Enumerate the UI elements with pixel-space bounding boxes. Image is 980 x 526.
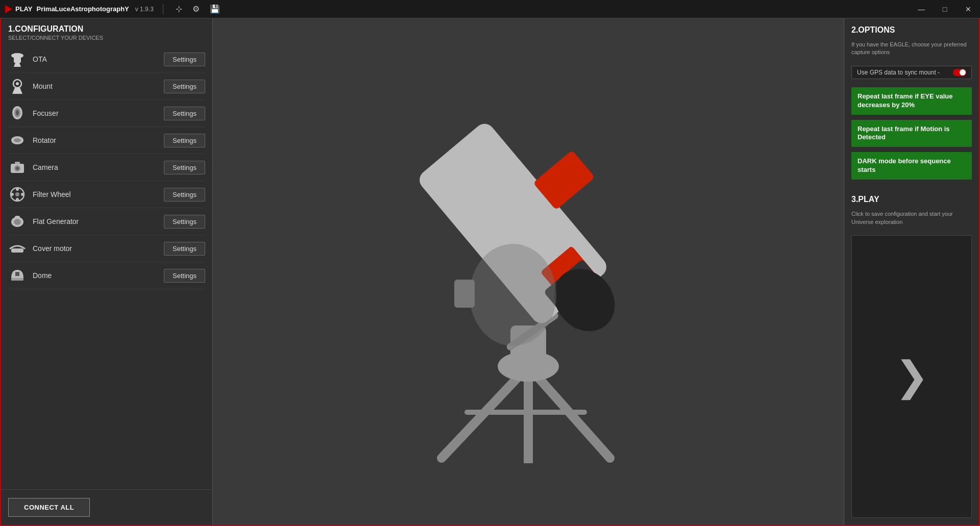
app-version: v 1.9.3 xyxy=(135,6,154,13)
rotator-label: Rotator xyxy=(33,136,158,144)
app-name: PrimaLuceAstrophotographY xyxy=(36,5,129,13)
svg-point-15 xyxy=(16,188,19,191)
play-label: PLAY xyxy=(15,5,32,13)
camera-settings-button[interactable]: Settings xyxy=(164,161,205,174)
flatgenerator-icon xyxy=(8,212,27,231)
filterwheel-icon xyxy=(8,185,27,204)
covermotor-icon xyxy=(8,239,27,258)
device-row-flatgenerator: Flat Generator Settings xyxy=(8,208,205,235)
svg-point-7 xyxy=(16,110,19,115)
rotator-settings-button[interactable]: Settings xyxy=(164,134,205,147)
dome-label: Dome xyxy=(33,271,158,280)
svg-rect-13 xyxy=(15,162,20,164)
play-chevron-icon: ❯ xyxy=(895,356,929,397)
options-desc: If you have the EAGLE, choose your prefe… xyxy=(851,41,972,57)
covermotor-settings-button[interactable]: Settings xyxy=(164,242,205,256)
device-row-mount: Mount Settings xyxy=(8,73,205,100)
connect-all-button[interactable]: CONNECT ALL xyxy=(8,498,90,517)
device-list: OTA Settings Mount Settings Focuser Sett… xyxy=(1,46,212,489)
svg-point-39 xyxy=(470,244,556,346)
svg-rect-23 xyxy=(11,248,23,253)
filterwheel-settings-button[interactable]: Settings xyxy=(164,188,205,202)
covermotor-label: Cover motor xyxy=(33,244,158,253)
maximize-button[interactable]: □ xyxy=(933,0,957,18)
svg-point-18 xyxy=(21,193,24,196)
option2-button[interactable]: Repeat last frame if Motion is Detected xyxy=(851,120,972,147)
camera-icon xyxy=(8,158,27,177)
gps-toggle[interactable] xyxy=(953,69,966,76)
telescope-illustration xyxy=(380,81,676,463)
logo-triangle xyxy=(5,5,12,13)
svg-rect-22 xyxy=(15,216,20,219)
svg-point-9 xyxy=(14,138,21,142)
device-row-filterwheel: Filter Wheel Settings xyxy=(8,181,205,208)
options-title: 2.OPTIONS xyxy=(851,26,972,35)
titlebar: PLAY PrimaLuceAstrophotographY v 1.9.3 ⊹… xyxy=(0,0,980,18)
play-title: 3.PLAY xyxy=(851,195,972,204)
close-button[interactable]: ✕ xyxy=(957,0,980,18)
rotator-icon xyxy=(8,131,27,149)
minimize-button[interactable]: — xyxy=(910,0,933,18)
filterwheel-label: Filter Wheel xyxy=(33,190,158,198)
titlebar-separator xyxy=(163,4,163,14)
mount-label: Mount xyxy=(33,82,158,90)
settings-icon[interactable]: ⚙ xyxy=(189,3,203,15)
titlebar-left: PLAY PrimaLuceAstrophotographY v 1.9.3 ⊹… xyxy=(0,3,228,15)
svg-point-12 xyxy=(16,167,19,170)
device-row-covermotor: Cover motor Settings xyxy=(8,235,205,262)
cursor-icon[interactable]: ⊹ xyxy=(173,3,185,15)
center-panel xyxy=(213,18,844,525)
play-desc: Click to save configuration and start yo… xyxy=(851,210,972,226)
svg-point-21 xyxy=(14,219,21,225)
ota-icon xyxy=(8,50,27,68)
config-subtitle: SELECT/CONNECT YOUR DEVICES xyxy=(1,35,212,46)
mount-settings-button[interactable]: Settings xyxy=(164,80,205,93)
ota-label: OTA xyxy=(33,55,158,63)
connect-all-bar: CONNECT ALL xyxy=(1,489,212,525)
svg-rect-1 xyxy=(14,56,21,63)
mount-icon xyxy=(8,77,27,95)
flatgenerator-label: Flat Generator xyxy=(33,217,158,226)
left-panel: 1.CONFIGURATION SELECT/CONNECT YOUR DEVI… xyxy=(1,18,213,525)
device-row-focuser: Focuser Settings xyxy=(8,100,205,127)
gps-label: Use GPS data to sync mount - xyxy=(857,69,953,76)
svg-point-16 xyxy=(16,198,19,201)
focuser-icon xyxy=(8,104,27,122)
save-icon[interactable]: 💾 xyxy=(207,3,223,15)
device-row-ota: OTA Settings xyxy=(8,46,205,73)
dome-icon xyxy=(8,266,27,285)
config-title: 1.CONFIGURATION xyxy=(1,18,212,35)
device-row-camera: Camera Settings xyxy=(8,154,205,181)
option1-button[interactable]: Repeat last frame if EYE value decreases… xyxy=(851,87,972,115)
device-row-dome: Dome Settings xyxy=(8,262,205,289)
svg-point-19 xyxy=(15,192,19,196)
right-panel: 2.OPTIONS If you have the EAGLE, choose … xyxy=(844,18,979,525)
main-container: 1.CONFIGURATION SELECT/CONNECT YOUR DEVI… xyxy=(0,18,980,526)
focuser-settings-button[interactable]: Settings xyxy=(164,107,205,120)
focuser-label: Focuser xyxy=(33,109,158,117)
ota-settings-button[interactable]: Settings xyxy=(164,53,205,66)
app-logo: PLAY xyxy=(5,5,32,13)
flatgenerator-settings-button[interactable]: Settings xyxy=(164,215,205,229)
svg-point-17 xyxy=(11,193,14,196)
gps-row: Use GPS data to sync mount - xyxy=(851,66,972,79)
window-controls: — □ ✕ xyxy=(910,0,980,18)
option3-button[interactable]: DARK mode before sequence starts xyxy=(851,152,972,180)
dome-settings-button[interactable]: Settings xyxy=(164,269,205,283)
svg-rect-25 xyxy=(15,272,19,276)
device-row-rotator: Rotator Settings xyxy=(8,127,205,154)
gps-toggle-knob xyxy=(960,69,966,76)
camera-label: Camera xyxy=(33,163,158,171)
play-button[interactable]: ❯ xyxy=(851,235,972,518)
svg-rect-24 xyxy=(11,278,23,281)
svg-point-3 xyxy=(16,82,19,85)
